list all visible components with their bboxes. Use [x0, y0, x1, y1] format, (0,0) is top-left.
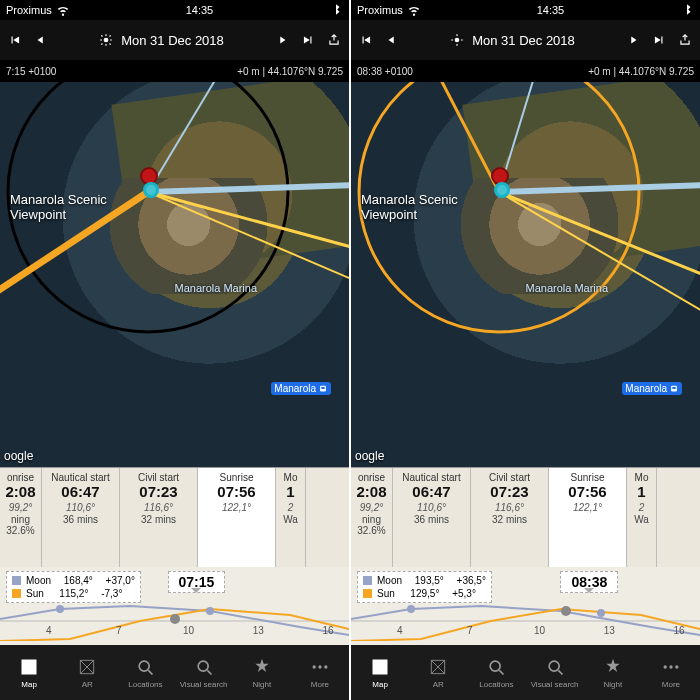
ephem-col[interactable]: Civil start07:23116,6°32 mins	[120, 468, 198, 567]
tab-icon	[77, 657, 97, 677]
tab-night[interactable]: Night	[233, 645, 291, 700]
svg-point-20	[170, 614, 180, 624]
station-badge[interactable]: Manarola	[622, 382, 682, 395]
svg-line-7	[102, 44, 103, 45]
ephem-col[interactable]: Civil start07:23116,6°32 mins	[471, 468, 549, 567]
prev-icon[interactable]	[34, 33, 48, 47]
svg-point-43	[597, 609, 605, 617]
map-view[interactable]: Manarola Scenic Viewpoint Manarola Marin…	[351, 82, 700, 467]
svg-point-26	[318, 665, 321, 668]
skip-next-icon[interactable]	[301, 33, 315, 47]
station-badge[interactable]: Manarola	[271, 382, 331, 395]
time-offset: 7:15 +0100	[6, 66, 56, 77]
svg-point-50	[669, 665, 672, 668]
next-icon[interactable]	[275, 33, 289, 47]
now-time-box[interactable]: 08:38	[560, 571, 618, 593]
tab-locations[interactable]: Locations	[467, 645, 525, 700]
train-icon	[318, 384, 328, 394]
tab-ar[interactable]: AR	[58, 645, 116, 700]
svg-point-51	[675, 665, 678, 668]
svg-point-49	[663, 665, 666, 668]
map-attrib: oogle	[4, 449, 33, 463]
tab-map[interactable]: Map	[351, 645, 409, 700]
svg-point-45	[491, 661, 501, 671]
ephemeris-row[interactable]: onrise2:0899,2°ning 32.6%Nautical start0…	[351, 467, 700, 567]
ephem-col[interactable]: Sunrise07:56122,1°	[549, 468, 627, 567]
date-nav-bar: Mon 31 Dec 2018	[351, 20, 700, 60]
tab-icon	[545, 657, 565, 677]
tab-ar[interactable]: AR	[409, 645, 467, 700]
svg-rect-40	[672, 387, 675, 389]
ephem-col[interactable]: Mo12Wa	[627, 468, 657, 567]
now-time-box[interactable]: 07:15	[168, 571, 226, 593]
next-icon[interactable]	[626, 33, 640, 47]
tab-icon	[603, 657, 623, 677]
ephem-col[interactable]: onrise2:0899,2°ning 32.6%	[351, 468, 393, 567]
tab-icon	[661, 657, 681, 677]
ephem-col[interactable]: Mo12Wa	[276, 468, 306, 567]
pane-right: Proximus 14:35 Mon 31 Dec 2018 08:38 +0	[351, 0, 700, 700]
timeline[interactable]: Moon 193,5° +36,5° Sun 129,5° +5,3° 08:3…	[351, 567, 700, 645]
moon-swatch	[12, 576, 21, 585]
sun-icon	[450, 33, 464, 47]
tab-more[interactable]: More	[642, 645, 700, 700]
prev-icon[interactable]	[385, 33, 399, 47]
poi-label: Manarola Scenic Viewpoint	[10, 192, 107, 222]
svg-point-21	[140, 661, 150, 671]
timeline[interactable]: Moon 168,4° +37,0° Sun 115,2° -7,3° 07:1…	[0, 567, 349, 645]
bluetooth-icon	[329, 3, 343, 17]
coords: +0 m | 44.1076°N 9.725	[237, 66, 343, 77]
sun-icon	[99, 33, 113, 47]
tab-bar: MapARLocationsVisual searchNightMore	[0, 645, 349, 700]
svg-line-6	[110, 44, 111, 45]
svg-point-28	[455, 38, 460, 43]
tab-icon	[19, 657, 39, 677]
skip-prev-icon[interactable]	[359, 33, 373, 47]
tab-bar: MapARLocationsVisual searchNightMore	[351, 645, 700, 700]
share-icon[interactable]	[678, 33, 692, 47]
bluetooth-icon	[680, 3, 694, 17]
svg-point-25	[312, 665, 315, 668]
ephem-col[interactable]: Nautical start06:47110,6°36 mins	[393, 468, 471, 567]
marina-label: Manarola Marina	[175, 282, 258, 294]
sun-swatch	[12, 589, 21, 598]
svg-point-0	[104, 38, 109, 43]
tab-more[interactable]: More	[291, 645, 349, 700]
ephem-col[interactable]: Nautical start06:47110,6°36 mins	[42, 468, 120, 567]
skip-next-icon[interactable]	[652, 33, 666, 47]
tab-icon	[486, 657, 506, 677]
tab-map[interactable]: Map	[0, 645, 58, 700]
clock: 14:35	[186, 4, 214, 16]
status-bar: Proximus 14:35	[0, 0, 349, 20]
svg-line-48	[558, 670, 562, 674]
svg-line-24	[207, 670, 211, 674]
tab-locations[interactable]: Locations	[116, 645, 174, 700]
svg-point-42	[407, 605, 415, 613]
tab-visual-search[interactable]: Visual search	[526, 645, 584, 700]
wifi-icon	[56, 3, 70, 17]
pane-left: Proximus 14:35 Mon 31 Dec 2018	[0, 0, 349, 700]
svg-rect-16	[321, 387, 324, 389]
tab-icon	[428, 657, 448, 677]
svg-line-22	[149, 670, 153, 674]
carrier: Proximus	[6, 4, 52, 16]
svg-point-19	[206, 607, 214, 615]
train-icon	[669, 384, 679, 394]
date-nav-bar: Mon 31 Dec 2018	[0, 20, 349, 60]
ephem-col[interactable]: onrise2:0899,2°ning 32.6%	[0, 468, 42, 567]
tab-visual-search[interactable]: Visual search	[175, 645, 233, 700]
ephem-col[interactable]: Sunrise07:56122,1°	[198, 468, 276, 567]
svg-line-5	[102, 35, 103, 36]
tab-night[interactable]: Night	[584, 645, 642, 700]
skip-prev-icon[interactable]	[8, 33, 22, 47]
timeline-graph	[351, 601, 700, 641]
tab-icon	[252, 657, 272, 677]
date-label[interactable]: Mon 31 Dec 2018	[121, 33, 224, 48]
ephemeris-row[interactable]: onrise2:0899,2°ning 32.6%Nautical start0…	[0, 467, 349, 567]
info-bar: 08:38 +0100 +0 m | 44.1076°N 9.725	[351, 60, 700, 82]
map-view[interactable]: Manarola Scenic Viewpoint Manarola Marin…	[0, 82, 349, 467]
tab-icon	[370, 657, 390, 677]
svg-line-46	[500, 670, 504, 674]
svg-point-27	[324, 665, 327, 668]
share-icon[interactable]	[327, 33, 341, 47]
